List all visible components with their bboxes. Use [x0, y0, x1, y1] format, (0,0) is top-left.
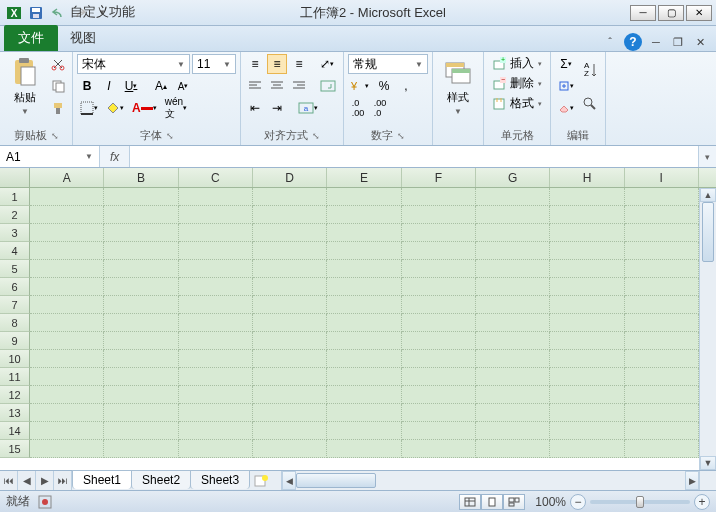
close-button[interactable]: ✕: [686, 5, 712, 21]
row-header[interactable]: 5: [0, 260, 30, 278]
cell[interactable]: [402, 332, 476, 350]
cell[interactable]: [327, 332, 401, 350]
cell[interactable]: [253, 386, 327, 404]
doc-close-icon[interactable]: ✕: [692, 35, 708, 49]
cell[interactable]: [476, 332, 550, 350]
sort-filter-button[interactable]: AZ: [579, 54, 601, 86]
zoom-level[interactable]: 100%: [535, 495, 566, 509]
view-page-layout-button[interactable]: [481, 494, 503, 510]
cell[interactable]: [625, 386, 699, 404]
row-header[interactable]: 12: [0, 386, 30, 404]
column-header[interactable]: E: [327, 168, 401, 187]
view-page-break-button[interactable]: [503, 494, 525, 510]
align-center-button[interactable]: [267, 76, 287, 96]
cell[interactable]: [253, 314, 327, 332]
decrease-indent-button[interactable]: ⇤: [245, 98, 265, 118]
row-header[interactable]: 9: [0, 332, 30, 350]
cell[interactable]: [179, 350, 253, 368]
cell[interactable]: [30, 260, 104, 278]
cell[interactable]: [402, 296, 476, 314]
cell[interactable]: [476, 242, 550, 260]
cell[interactable]: [30, 440, 104, 458]
row-header[interactable]: 3: [0, 224, 30, 242]
cell[interactable]: [550, 332, 624, 350]
wrap-text-button[interactable]: [317, 76, 339, 96]
help-icon[interactable]: ?: [624, 33, 642, 51]
sheet-nav-last-icon[interactable]: ⏭: [54, 471, 72, 490]
cell[interactable]: [179, 206, 253, 224]
increase-decimal-button[interactable]: .0.00: [348, 98, 368, 118]
cell[interactable]: [104, 314, 178, 332]
row-header[interactable]: 2: [0, 206, 30, 224]
bold-button[interactable]: B: [77, 76, 97, 96]
cell[interactable]: [104, 224, 178, 242]
maximize-button[interactable]: ▢: [658, 5, 684, 21]
cell[interactable]: [253, 206, 327, 224]
cell[interactable]: [179, 314, 253, 332]
cell[interactable]: [253, 188, 327, 206]
cell[interactable]: [179, 242, 253, 260]
cell[interactable]: [402, 242, 476, 260]
sheet-nav-prev-icon[interactable]: ◀: [18, 471, 36, 490]
cell[interactable]: [402, 314, 476, 332]
cell[interactable]: [327, 206, 401, 224]
align-left-button[interactable]: [245, 76, 265, 96]
cell[interactable]: [476, 224, 550, 242]
vscroll-thumb[interactable]: [702, 202, 714, 262]
accounting-format-button[interactable]: ¥▾: [348, 76, 372, 96]
cell[interactable]: [30, 332, 104, 350]
cell[interactable]: [327, 404, 401, 422]
sheet-tab[interactable]: Sheet2: [131, 470, 191, 489]
row-header[interactable]: 8: [0, 314, 30, 332]
cell[interactable]: [402, 206, 476, 224]
cell[interactable]: [327, 296, 401, 314]
cell[interactable]: [550, 296, 624, 314]
row-header[interactable]: 13: [0, 404, 30, 422]
column-header[interactable]: G: [476, 168, 550, 187]
cell[interactable]: [625, 188, 699, 206]
cell[interactable]: [30, 278, 104, 296]
cell[interactable]: [104, 188, 178, 206]
zoom-in-button[interactable]: +: [694, 494, 710, 510]
cell[interactable]: [327, 350, 401, 368]
cell[interactable]: [179, 296, 253, 314]
cell[interactable]: [179, 368, 253, 386]
cell[interactable]: [625, 224, 699, 242]
fill-button[interactable]: ▾: [555, 76, 577, 96]
fx-icon[interactable]: fx: [106, 150, 123, 164]
select-all-corner[interactable]: [0, 168, 30, 187]
cell[interactable]: [253, 242, 327, 260]
cell[interactable]: [179, 278, 253, 296]
cell[interactable]: [179, 422, 253, 440]
cell[interactable]: [253, 296, 327, 314]
grow-font-button[interactable]: A▴: [151, 76, 171, 96]
font-color-button[interactable]: A▾: [129, 98, 160, 118]
cell[interactable]: [327, 368, 401, 386]
cell[interactable]: [550, 440, 624, 458]
merge-center-button[interactable]: a▾: [295, 98, 321, 118]
minimize-button[interactable]: ─: [630, 5, 656, 21]
align-launcher-icon[interactable]: ⤡: [312, 131, 320, 141]
clipboard-launcher-icon[interactable]: ⤡: [51, 131, 59, 141]
cell[interactable]: [476, 188, 550, 206]
cell[interactable]: [30, 242, 104, 260]
column-header[interactable]: I: [625, 168, 699, 187]
cell[interactable]: [550, 386, 624, 404]
underline-button[interactable]: U▾: [121, 76, 141, 96]
view-normal-button[interactable]: [459, 494, 481, 510]
sheet-tab[interactable]: Sheet3: [190, 470, 250, 489]
save-icon[interactable]: [26, 3, 46, 23]
cell[interactable]: [625, 368, 699, 386]
align-right-button[interactable]: [289, 76, 309, 96]
cell[interactable]: [402, 386, 476, 404]
insert-cells-button[interactable]: +插入▾: [488, 54, 546, 73]
cell[interactable]: [625, 296, 699, 314]
doc-restore-icon[interactable]: ❐: [670, 35, 686, 49]
cell[interactable]: [104, 242, 178, 260]
cell[interactable]: [179, 404, 253, 422]
cell[interactable]: [30, 206, 104, 224]
cell[interactable]: [550, 188, 624, 206]
sheet-nav-first-icon[interactable]: ⏮: [0, 471, 18, 490]
cell[interactable]: [476, 404, 550, 422]
cell[interactable]: [625, 440, 699, 458]
